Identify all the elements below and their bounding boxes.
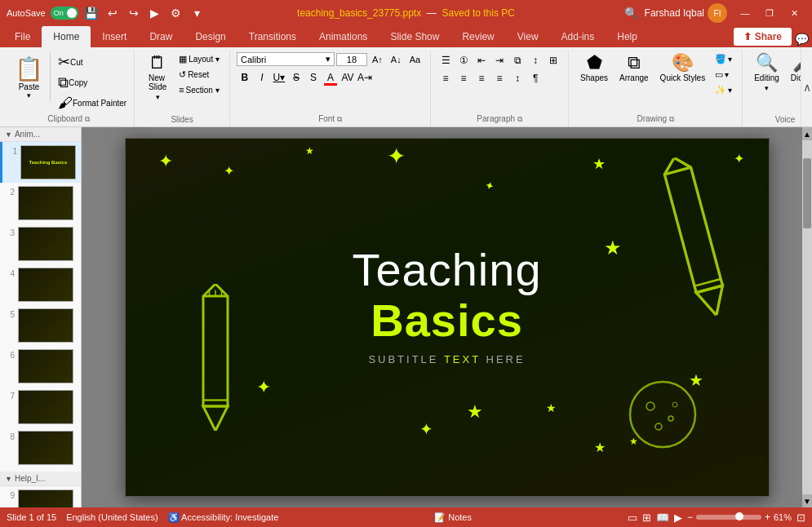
align-left-button[interactable]: ≡ bbox=[437, 70, 454, 86]
clear-formatting-button[interactable]: Aa bbox=[406, 53, 424, 66]
quick-styles-button[interactable]: 🎨 Quick Styles bbox=[655, 52, 711, 84]
slide-thumb-3[interactable]: 3 bbox=[0, 224, 81, 264]
arrange-button[interactable]: ⧉ Arrange bbox=[615, 52, 654, 84]
zoom-out-button[interactable]: − bbox=[687, 512, 693, 523]
layout-button[interactable]: ▦Layout ▾ bbox=[175, 52, 223, 66]
align-center-button[interactable]: ≡ bbox=[455, 70, 472, 86]
zoom-in-button[interactable]: + bbox=[765, 512, 770, 523]
autosave-toggle[interactable]: On bbox=[51, 7, 78, 20]
clipboard-expand-icon[interactable]: ⧉ bbox=[85, 115, 90, 123]
line-spacing-button[interactable]: ↕ bbox=[509, 70, 526, 86]
slide-sorter-button[interactable]: ⊞ bbox=[642, 512, 651, 524]
tab-view[interactable]: View bbox=[506, 26, 550, 47]
bold-button[interactable]: B bbox=[237, 69, 253, 86]
scroll-up-button[interactable]: ▲ bbox=[802, 127, 812, 140]
align-right-button[interactable]: ≡ bbox=[473, 70, 490, 86]
pencil-left-decoration bbox=[166, 284, 264, 431]
font-size-input[interactable]: 18 bbox=[336, 53, 367, 66]
normal-view-button[interactable]: ▭ bbox=[628, 512, 637, 524]
minimize-button[interactable]: — bbox=[734, 5, 757, 21]
section-button[interactable]: ≡Section ▾ bbox=[175, 83, 223, 96]
section-header-1[interactable]: ▼ Anim... bbox=[0, 127, 81, 142]
convert-smartart-button[interactable]: ⊞ bbox=[545, 52, 561, 69]
justify-button[interactable]: ≡ bbox=[491, 70, 508, 86]
notes-button[interactable]: 📝 Notes bbox=[429, 511, 477, 525]
tab-animations[interactable]: Animations bbox=[308, 26, 379, 47]
slide-thumb-7[interactable]: 7 bbox=[0, 387, 81, 427]
scroll-down-button[interactable]: ▼ bbox=[802, 494, 812, 507]
undo-icon[interactable]: ↩ bbox=[104, 7, 121, 20]
slide-thumb-9[interactable]: 9 bbox=[0, 486, 81, 507]
bullet-list-button[interactable]: ☰ bbox=[437, 52, 454, 69]
slide-thumb-8[interactable]: 8 bbox=[0, 427, 81, 468]
shape-fill-button[interactable]: 🪣▾ bbox=[712, 52, 735, 66]
slide-canvas[interactable]: ✦ ✦ ★ ✦ ✦ ★ ★ ✦ ✦ ★ ★ ★ ★ ★ ✦ bbox=[125, 138, 770, 497]
char-spacing-button[interactable]: AV bbox=[339, 69, 356, 86]
tab-draw[interactable]: Draw bbox=[138, 26, 184, 47]
maximize-button[interactable]: ❐ bbox=[758, 5, 781, 21]
tab-design[interactable]: Design bbox=[184, 26, 237, 47]
numbered-list-button[interactable]: ① bbox=[455, 52, 472, 69]
slide-thumb-4[interactable]: 4 bbox=[0, 264, 81, 305]
shape-outline-button[interactable]: ▭▾ bbox=[712, 68, 735, 82]
tab-file[interactable]: File bbox=[3, 26, 42, 47]
tab-home[interactable]: Home bbox=[42, 26, 91, 47]
ribbon-collapse-button[interactable]: ∧ bbox=[801, 47, 812, 126]
reset-button[interactable]: ↺Reset bbox=[175, 68, 223, 82]
slide-thumb-1[interactable]: 1 Teaching Basics bbox=[0, 142, 81, 183]
svg-point-13 bbox=[668, 416, 673, 421]
font-color-button[interactable]: A bbox=[322, 69, 339, 86]
slide-thumb-2[interactable]: 2 bbox=[0, 183, 81, 224]
increase-indent-button[interactable]: ⇥ bbox=[491, 52, 508, 69]
dropdown-icon[interactable]: ▾ bbox=[189, 7, 206, 20]
close-button[interactable]: ✕ bbox=[783, 5, 805, 21]
reading-view-button[interactable]: 📖 bbox=[656, 512, 669, 524]
columns-button[interactable]: ⧉ bbox=[509, 52, 526, 69]
paste-button[interactable]: 📋 Paste ▾ bbox=[8, 52, 51, 103]
tab-review[interactable]: Review bbox=[450, 26, 505, 47]
strikethrough-button[interactable]: S bbox=[288, 69, 304, 86]
fit-slide-button[interactable]: ⊡ bbox=[796, 512, 805, 524]
comment-icon[interactable]: 💬 bbox=[795, 33, 809, 46]
tab-transitions[interactable]: Transitions bbox=[237, 26, 308, 47]
shadow-button[interactable]: S bbox=[305, 69, 322, 86]
copy-button[interactable]: ⧉Copy bbox=[55, 73, 129, 92]
font-size-up-button[interactable]: A↑ bbox=[369, 53, 386, 66]
zoom-slider[interactable] bbox=[696, 515, 761, 520]
text-direction-button[interactable]: A⇥ bbox=[357, 69, 373, 86]
shapes-button[interactable]: ⬟ Shapes bbox=[575, 52, 613, 84]
cut-button[interactable]: ✂Cut bbox=[55, 52, 129, 72]
search-icon[interactable]: 🔍 bbox=[624, 7, 638, 20]
underline-button[interactable]: U▾ bbox=[271, 69, 287, 86]
tab-help[interactable]: Help bbox=[606, 26, 649, 47]
paragraph-expand-icon[interactable]: ⧉ bbox=[517, 115, 522, 123]
clipboard-content: 📋 Paste ▾ ✂Cut ⧉Copy 🖌Format Painter bbox=[8, 51, 129, 113]
tab-insert[interactable]: Insert bbox=[91, 26, 138, 47]
slide-thumb-5[interactable]: 5 bbox=[0, 305, 81, 346]
drawing-expand-icon[interactable]: ⧉ bbox=[669, 115, 674, 123]
share-button[interactable]: ⬆ Share bbox=[734, 28, 792, 46]
slideshow-button[interactable]: ▶ bbox=[674, 512, 682, 524]
save-icon[interactable]: 💾 bbox=[83, 7, 100, 20]
shape-effects-button[interactable]: ✨▾ bbox=[712, 83, 735, 97]
slide-title[interactable]: Teaching Basics SUBTITLE TEXT HERE bbox=[286, 245, 608, 365]
customize-icon[interactable]: ⚙ bbox=[168, 7, 184, 20]
tab-addins[interactable]: Add-ins bbox=[550, 26, 606, 47]
slides-group: 🗒 NewSlide ▾ ▦Layout ▾ ↺Reset ≡Section ▾… bbox=[135, 51, 230, 126]
vertical-scrollbar[interactable]: ▲ ▼ bbox=[802, 127, 812, 507]
font-name-dropdown[interactable]: Calibri ▾ bbox=[237, 52, 335, 66]
italic-button[interactable]: I bbox=[254, 69, 270, 86]
redo-icon[interactable]: ↪ bbox=[126, 7, 142, 20]
tab-slideshow[interactable]: Slide Show bbox=[379, 26, 450, 47]
font-size-down-button[interactable]: A↓ bbox=[388, 53, 405, 66]
paragraph-spacing-button[interactable]: ¶ bbox=[527, 70, 544, 86]
present-icon[interactable]: ▶ bbox=[147, 7, 163, 20]
format-painter-button[interactable]: 🖌Format Painter bbox=[55, 94, 129, 113]
font-expand-icon[interactable]: ⧉ bbox=[337, 115, 342, 123]
section-header-2[interactable]: ▼ Help_I... bbox=[0, 472, 81, 486]
editing-button[interactable]: 🔍 Editing ▾ bbox=[749, 52, 784, 94]
text-direction-para-button[interactable]: ↕ bbox=[527, 52, 544, 69]
decrease-indent-button[interactable]: ⇤ bbox=[473, 52, 490, 69]
slide-thumb-6[interactable]: 6 bbox=[0, 346, 81, 387]
new-slide-button[interactable]: 🗒 NewSlide ▾ bbox=[141, 52, 174, 103]
